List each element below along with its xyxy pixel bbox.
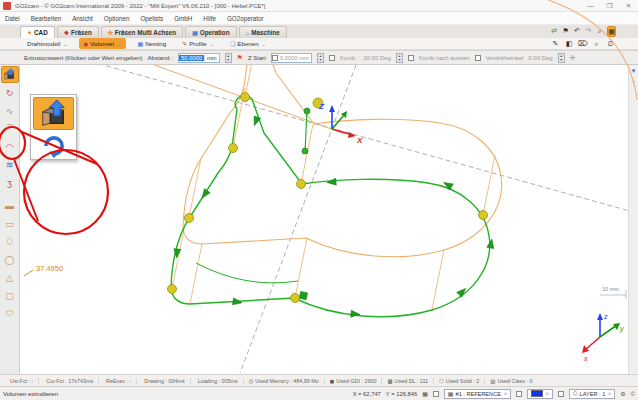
extrude-flyout-popup <box>30 94 77 160</box>
cone-button[interactable]: △ <box>1 269 19 286</box>
about-icon[interactable]: © <box>631 391 635 397</box>
viewport-side-strip: ▼ ‹ <box>628 65 638 374</box>
edit-icon[interactable]: ✎ <box>550 39 561 50</box>
menu-ansicht[interactable]: Ansicht <box>72 15 93 22</box>
tab-operation[interactable]: ▤ Operation <box>185 26 236 38</box>
filter-icon[interactable]: ▼ <box>631 68 637 74</box>
profile-node-green[interactable] <box>302 148 308 154</box>
metric-text: Cur.Fct : 17s743ms <box>46 378 93 384</box>
revolve-icon: ↻ <box>6 88 14 98</box>
verdrehwinkel-value[interactable]: 0.00 Deg <box>528 55 552 61</box>
subtab-label: Drahtmodell <box>27 40 60 47</box>
spinner-down-icon[interactable]: ▼ <box>318 58 323 63</box>
extrude-flyout-button[interactable] <box>33 97 74 130</box>
tab-fraesen-multi-achsen[interactable]: ✣ Fräsen Multi Achsen <box>101 26 183 38</box>
zstart-spinner[interactable]: ▲ ▼ <box>317 53 324 63</box>
konik-aussen-checkbox[interactable] <box>408 55 414 61</box>
layer-icon: ⎙ <box>573 390 578 397</box>
move-icon[interactable]: ✛ <box>570 54 576 62</box>
redo-icon[interactable]: ↷ <box>584 26 592 37</box>
undo-icon[interactable]: ↶ <box>573 26 581 37</box>
metric-used-gdi: ◼Used GDI : 2900 <box>325 378 383 384</box>
slab-button[interactable]: ▬ <box>1 197 19 214</box>
pipe-button[interactable]: ⌒ <box>1 120 19 137</box>
fill-icon[interactable]: ◧ <box>564 39 575 50</box>
tab-fraesen[interactable]: ❖ Fräsen <box>57 26 99 38</box>
layer-dropdown[interactable]: ⎙ LAYER : 1 ˅ <box>569 389 615 399</box>
zstart-value[interactable]: 0.0000 mm <box>278 55 311 61</box>
color-dropdown[interactable]: ˅ <box>527 389 553 399</box>
konik-checkbox[interactable] <box>329 55 335 61</box>
loft-button[interactable]: ◠ <box>1 138 19 155</box>
konik-value[interactable]: 10.00 Deg <box>363 55 391 61</box>
menu-datei[interactable]: Datei <box>5 15 20 22</box>
menu-gmbh[interactable]: GmbH <box>174 15 192 22</box>
ruled-surface-icon: ≋ <box>6 160 14 170</box>
grid-toggle-icon[interactable]: ▦ <box>422 390 428 397</box>
abstand-field[interactable]: 50.0000 mm <box>178 53 220 63</box>
viewport-3d[interactable]: Z X 37.4950 10 mm z <box>20 65 628 374</box>
cone-icon: △ <box>6 273 13 283</box>
render-grid-icon[interactable]: ▦ <box>607 26 616 37</box>
maximize-button[interactable]: ❒ <box>600 0 619 11</box>
axis-x-label: X <box>356 136 363 145</box>
reference-checkbox[interactable] <box>433 391 439 397</box>
tab-maschine[interactable]: ⌂ Maschine <box>239 26 287 38</box>
cube-button[interactable]: ▢ <box>1 287 19 304</box>
reference-icon: ▦ <box>448 390 454 397</box>
direction-toggle-icon[interactable]: ⚑ <box>237 54 243 62</box>
hide-icon[interactable]: ∅ <box>605 39 616 50</box>
spinner-down-icon[interactable]: ▼ <box>226 58 231 63</box>
abstand-value[interactable]: 50.0000 <box>179 55 204 61</box>
spinner-down-icon[interactable]: ▼ <box>397 58 402 63</box>
pad-button[interactable]: ▭ <box>1 215 19 232</box>
quick-access-toolbar: ⇄ ⚑ ↶ ↷ ⌕ ▦ ✎ ◧ ⌦ ⌕ ∅ <box>550 26 616 52</box>
sphere-button[interactable]: ◯ <box>1 251 19 268</box>
subtab-ebenen[interactable]: ❏ Ebenen ⌄ <box>225 38 271 49</box>
tab-label: Operation <box>200 29 230 36</box>
volumen-icon: ◆ <box>84 40 89 47</box>
color-checkbox[interactable] <box>516 391 522 397</box>
menu-opelists[interactable]: Opelists <box>140 15 163 22</box>
subtab-nesting[interactable]: ▦ Nesting <box>132 38 171 49</box>
metric-cur-fct: Cur.Fct : 17s743ms <box>39 378 99 384</box>
subtab-profile[interactable]: ✎ Profile ⌄ <box>177 38 219 49</box>
menu-bearbeiten[interactable]: Bearbeiten <box>31 15 61 22</box>
menu-optionen[interactable]: Optionen <box>104 15 130 22</box>
abstand-spinner[interactable]: ▲ ▼ <box>225 53 232 63</box>
fraesen-multi-tab-icon: ✣ <box>108 29 113 36</box>
spinner-down-icon[interactable]: ▼ <box>559 58 564 63</box>
verdrehwinkel-spinner[interactable]: ▲ ▼ <box>558 53 565 63</box>
zoom-window-icon[interactable]: ⌕ <box>591 39 602 50</box>
reference-dropdown[interactable]: ▦ #1 : REFERENCE ˅ <box>444 389 511 399</box>
menu-go2operator[interactable]: GO2operator <box>227 15 264 22</box>
close-button[interactable]: ✕ <box>619 0 638 11</box>
konik-spinner[interactable]: ▲ ▼ <box>396 53 403 63</box>
sweep-button[interactable]: ∿ <box>1 102 19 119</box>
zoom-icon[interactable]: ⌕ <box>596 26 604 37</box>
revolve-flyout-button[interactable] <box>33 133 74 159</box>
axis-z-label: Z <box>318 102 325 111</box>
profile-node-green[interactable] <box>304 108 310 114</box>
revolve-button[interactable]: ↻ <box>1 84 19 101</box>
tab-cad[interactable]: ✦ CAD <box>20 26 55 38</box>
menu-hilfe[interactable]: Hilfe <box>203 15 216 22</box>
verdrehwinkel-checkbox[interactable] <box>475 55 481 61</box>
subtab-drahtmodell[interactable]: Drahtmodell ⌄ <box>22 38 73 49</box>
collapse-panel-icon[interactable]: ‹ <box>633 78 635 84</box>
flag-icon[interactable]: ⚑ <box>561 26 569 37</box>
torus-button[interactable]: ⬭ <box>1 305 19 322</box>
helix-button[interactable]: ʒ <box>1 174 19 191</box>
zstart-label: Z Start <box>248 55 266 61</box>
minimize-button[interactable]: — <box>581 0 600 11</box>
delete-icon[interactable]: ⌦ <box>578 39 589 50</box>
subtab-volumen[interactable]: ◆ Volumen ⌄ <box>79 38 127 49</box>
refresh-icon[interactable]: ⇄ <box>550 26 558 37</box>
settings-icon[interactable]: ⚙ <box>620 390 625 397</box>
layer-checkbox[interactable] <box>558 391 564 397</box>
zstart-field[interactable]: 0.0000 mm <box>271 53 312 63</box>
ruled-surface-button[interactable]: ≋ <box>1 156 19 173</box>
extrude-button[interactable] <box>1 66 19 83</box>
metric-used-dl: ▦Used DL : 111 <box>382 378 434 384</box>
cylinder-button[interactable]: ⬯ <box>1 233 19 250</box>
